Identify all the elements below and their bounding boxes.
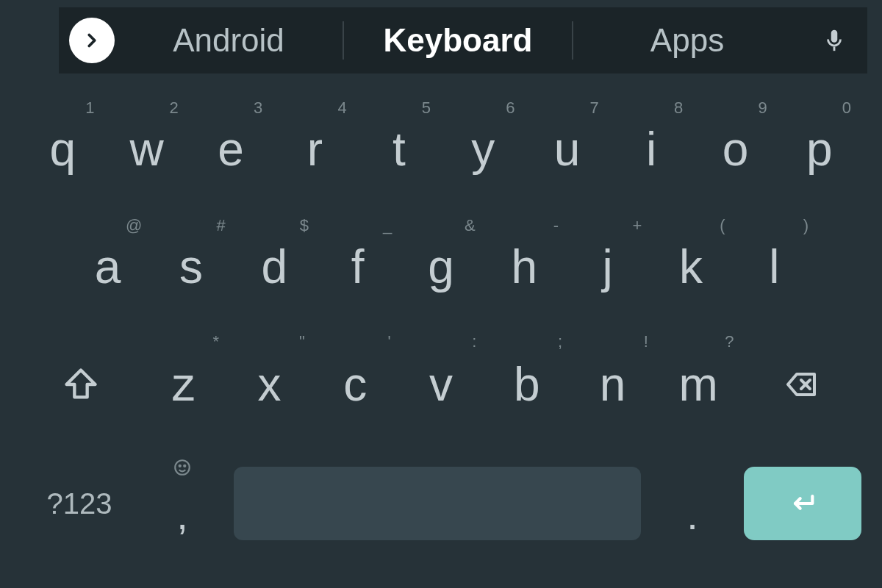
key-c[interactable]: 'c — [312, 329, 398, 440]
period-label: . — [686, 491, 698, 539]
key-w[interactable]: 2w — [104, 94, 188, 204]
key-k[interactable]: (k — [649, 212, 732, 322]
key-r[interactable]: 4r — [273, 94, 356, 204]
key-i[interactable]: 8i — [609, 94, 693, 204]
expand-suggestions-button[interactable] — [69, 18, 115, 63]
svg-point-5 — [184, 465, 185, 467]
key-t[interactable]: 5t — [357, 94, 441, 204]
key-row-4: ?123 , . — [0, 448, 882, 559]
space-key[interactable] — [234, 467, 641, 540]
key-d[interactable]: $d — [233, 212, 316, 322]
enter-arrow-icon — [784, 489, 821, 518]
key-x[interactable]: "x — [226, 329, 312, 440]
svg-rect-0 — [833, 47, 836, 51]
key-row-3: *z "x 'c :v ;b !n ?m — [0, 329, 882, 440]
backspace-key[interactable] — [742, 329, 861, 440]
key-f[interactable]: _f — [316, 212, 399, 322]
key-l[interactable]: )l — [733, 212, 816, 322]
key-v[interactable]: :v — [398, 329, 484, 440]
symbols-key[interactable]: ?123 — [21, 487, 138, 520]
key-s[interactable]: #s — [149, 212, 232, 322]
svg-point-3 — [175, 460, 190, 475]
emoji-icon — [173, 458, 192, 477]
shift-key[interactable] — [21, 329, 140, 440]
key-h[interactable]: -h — [483, 212, 566, 322]
chevron-right-icon — [81, 29, 103, 51]
key-z[interactable]: *z — [140, 329, 226, 440]
key-n[interactable]: !n — [570, 329, 656, 440]
enter-key[interactable] — [744, 467, 861, 540]
shift-up-icon — [62, 365, 100, 404]
key-p[interactable]: 0p — [778, 94, 861, 204]
svg-point-4 — [179, 465, 181, 467]
voice-input-button[interactable] — [801, 24, 867, 57]
key-m[interactable]: ?m — [656, 329, 742, 440]
key-e[interactable]: 3e — [189, 94, 273, 204]
mic-icon — [822, 24, 847, 57]
comma-label: , — [176, 491, 188, 539]
key-row-1: 1q 2w 3e 4r 5t 6y 7u 8i 9o 0p — [0, 94, 882, 204]
key-y[interactable]: 6y — [441, 94, 525, 204]
key-u[interactable]: 7u — [525, 94, 609, 204]
key-q[interactable]: 1q — [21, 94, 104, 204]
suggestion-2[interactable]: Keyboard — [344, 22, 572, 59]
period-key[interactable]: . — [648, 452, 736, 555]
key-row-2: @a #s $d _f &g -h +j (k )l — [0, 212, 882, 322]
suggestion-3[interactable]: Apps — [573, 22, 801, 59]
key-o[interactable]: 9o — [693, 94, 777, 204]
backspace-icon — [779, 367, 823, 402]
key-a[interactable]: @a — [66, 212, 149, 322]
suggestion-1[interactable]: Android — [115, 22, 343, 59]
suggestion-bar: Android Keyboard Apps — [59, 7, 867, 74]
comma-key[interactable]: , — [138, 452, 226, 555]
key-j[interactable]: +j — [566, 212, 649, 322]
key-b[interactable]: ;b — [484, 329, 570, 440]
key-g[interactable]: &g — [399, 212, 482, 322]
keyboard: Android Keyboard Apps 1q 2w 3e 4r 5t 6y … — [0, 0, 882, 588]
